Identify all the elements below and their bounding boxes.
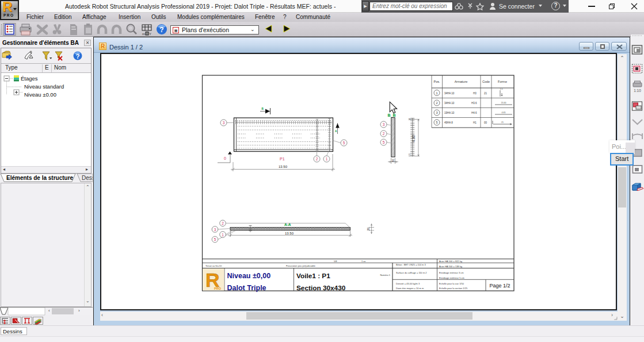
svg-text:1:10: 1:10	[634, 89, 641, 93]
svg-text:5: 5	[214, 237, 216, 241]
svg-text:4.30: 4.30	[411, 135, 416, 142]
svg-text:Page 1/2: Page 1/2	[489, 283, 510, 289]
svg-text:34HA 10: 34HA 10	[444, 102, 455, 105]
svg-text:13.50: 13.50	[279, 165, 288, 168]
svg-text:Numéro 1: Numéro 1	[380, 274, 390, 276]
svg-text:21: 21	[484, 92, 487, 95]
svg-text:1: 1	[222, 233, 224, 237]
svg-text:5: 5	[343, 141, 345, 145]
svg-text:Acier HA 500 = 822 kg: Acier HA 500 = 822 kg	[439, 260, 462, 263]
svg-text:4.65: 4.65	[502, 112, 506, 114]
svg-text:0: 0	[224, 156, 226, 160]
svg-text:2: 2	[383, 132, 385, 136]
svg-text:Armature: Armature	[455, 80, 468, 83]
svg-text:15: 15	[408, 153, 411, 156]
svg-text:Y: Y	[149, 32, 151, 36]
svg-text:13.50: 13.50	[285, 232, 294, 235]
svg-text:m: m	[142, 32, 145, 36]
svg-text:H3: H3	[473, 92, 477, 95]
svg-text:Pos.: Pos.	[433, 80, 440, 83]
svg-text:Dalot Triple: Dalot Triple	[227, 284, 266, 292]
svg-text:B_B: B_B	[388, 113, 396, 117]
svg-text:Echelle pour la section 1/25: Echelle pour la section 1/25	[439, 287, 468, 290]
svg-text:Densité = 43,00 kg/m 3: Densité = 43,00 kg/m 3	[396, 282, 420, 285]
svg-text:Étages: Étages	[21, 75, 38, 82]
svg-text:13.40: 13.40	[501, 102, 506, 104]
svg-text:34HA 10: 34HA 10	[444, 92, 455, 95]
svg-text:Diam ètre moyen = 10 m m: Diam ètre moyen = 10 m m	[396, 287, 424, 290]
svg-text:Dessi: Dessi	[82, 175, 93, 181]
svg-text:Surface du coffrage = 110 m 2: Surface du coffrage = 110 m 2	[396, 271, 427, 274]
svg-text:2: 2	[316, 157, 318, 161]
svg-text:1.5: 1.5	[500, 88, 503, 90]
svg-text:Niveau ±0,00: Niveau ±0,00	[227, 272, 271, 280]
svg-text:1: 1	[436, 91, 437, 95]
svg-text:Acier HA 500 = 138 kg: Acier HA 500 = 138 kg	[439, 265, 462, 268]
svg-text:3: 3	[223, 121, 225, 125]
svg-text:5: 5	[436, 121, 437, 124]
svg-text:Enrobage extérieur 5 cm: Enrobage extérieur 5 cm	[439, 276, 464, 279]
svg-text:19HA 10: 19HA 10	[444, 112, 455, 114]
svg-text:3: 3	[436, 111, 437, 114]
svg-text:?: ?	[76, 53, 80, 60]
svg-text:Tenue au feu Dt: Tenue au feu Dt	[205, 264, 222, 267]
svg-text:1: 1	[326, 157, 328, 161]
svg-text:H1: H1	[473, 121, 477, 124]
svg-text:3: 3	[383, 122, 385, 126]
svg-text:Niveau ±0.00: Niveau ±0.00	[24, 91, 56, 98]
svg-text:Code: Code	[482, 80, 490, 83]
svg-text:Section 30x430: Section 30x430	[296, 284, 346, 292]
svg-text:30: 30	[391, 159, 395, 163]
svg-text:21: 21	[501, 121, 504, 124]
svg-text:H4.6: H4.6	[471, 112, 477, 114]
svg-text:30: 30	[367, 228, 370, 231]
svg-text:?: ?	[159, 26, 163, 34]
svg-text:Béton : BET ON25 = 114 m 3: Béton : BET ON25 = 114 m 3	[396, 263, 426, 266]
svg-text:1 xx: 1 xx	[361, 260, 365, 263]
svg-text:3: 3	[214, 228, 216, 232]
svg-text:Enrobage intérieur 3 cm: Enrobage intérieur 3 cm	[439, 271, 464, 274]
svg-text:49HA 8: 49HA 8	[444, 121, 453, 124]
svg-text:Forme: Forme	[498, 80, 507, 83]
svg-text:Echelle pour la vue 1/50: Echelle pour la vue 1/50	[439, 282, 464, 285]
svg-text:5: 5	[383, 140, 385, 144]
svg-text:Voile1 : P1: Voile1 : P1	[296, 272, 330, 280]
svg-text:Fissuration peu préjudiciable: Fissuration peu préjudiciable	[286, 264, 316, 267]
svg-text:2: 2	[222, 221, 224, 225]
svg-text:P1: P1	[280, 157, 285, 161]
svg-text:PRO: PRO	[214, 287, 222, 290]
svg-text:Eléments de la structure: Eléments de la structure	[6, 175, 74, 181]
svg-text:H3.6: H3.6	[471, 102, 477, 105]
svg-text:5/8: 5/8	[334, 260, 337, 263]
svg-text:2: 2	[436, 101, 437, 105]
svg-text:00: 00	[484, 121, 487, 124]
svg-text:Niveau standard: Niveau standard	[24, 83, 64, 90]
